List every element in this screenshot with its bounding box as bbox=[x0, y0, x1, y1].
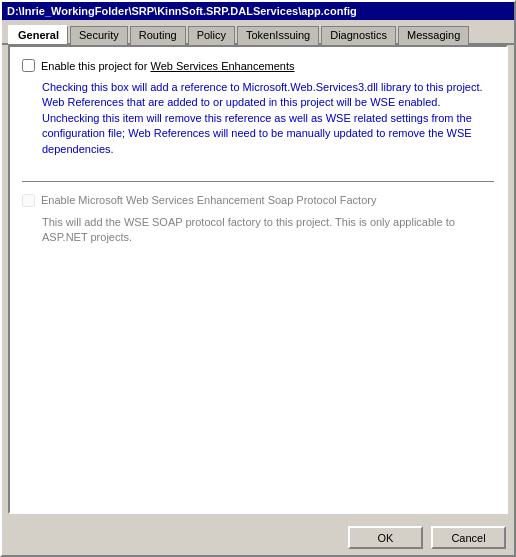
separator bbox=[22, 181, 494, 182]
wse-description: Checking this box will add a reference t… bbox=[42, 80, 494, 157]
soap-factory-label: Enable Microsoft Web Services Enhancemen… bbox=[41, 194, 376, 206]
tab-bar: General Security Routing Policy TokenIss… bbox=[2, 20, 514, 45]
tab-security[interactable]: Security bbox=[70, 26, 128, 45]
tab-policy[interactable]: Policy bbox=[188, 26, 235, 45]
tab-messaging[interactable]: Messaging bbox=[398, 26, 469, 45]
tab-routing[interactable]: Routing bbox=[130, 26, 186, 45]
ok-button[interactable]: OK bbox=[348, 526, 423, 549]
main-window: D:\Inrie_WorkingFolder\SRP\KinnSoft.SRP.… bbox=[0, 0, 516, 557]
button-bar: OK Cancel bbox=[2, 520, 514, 555]
soap-factory-section: Enable Microsoft Web Services Enhancemen… bbox=[22, 194, 494, 246]
wse-enable-checkbox[interactable] bbox=[22, 59, 35, 72]
soap-factory-row: Enable Microsoft Web Services Enhancemen… bbox=[22, 194, 494, 207]
wse-enable-label: Enable this project for Web Services Enh… bbox=[41, 60, 295, 72]
wse-enable-row: Enable this project for Web Services Enh… bbox=[22, 59, 494, 72]
soap-factory-description: This will add the WSE SOAP protocol fact… bbox=[42, 215, 494, 246]
content-panel: Enable this project for Web Services Enh… bbox=[8, 45, 508, 514]
tab-general[interactable]: General bbox=[8, 25, 68, 44]
tab-diagnostics[interactable]: Diagnostics bbox=[321, 26, 396, 45]
tab-tokenissuing[interactable]: TokenIssuing bbox=[237, 26, 319, 45]
soap-factory-checkbox[interactable] bbox=[22, 194, 35, 207]
window-title: D:\Inrie_WorkingFolder\SRP\KinnSoft.SRP.… bbox=[7, 5, 357, 17]
cancel-button[interactable]: Cancel bbox=[431, 526, 506, 549]
title-bar: D:\Inrie_WorkingFolder\SRP\KinnSoft.SRP.… bbox=[2, 2, 514, 20]
